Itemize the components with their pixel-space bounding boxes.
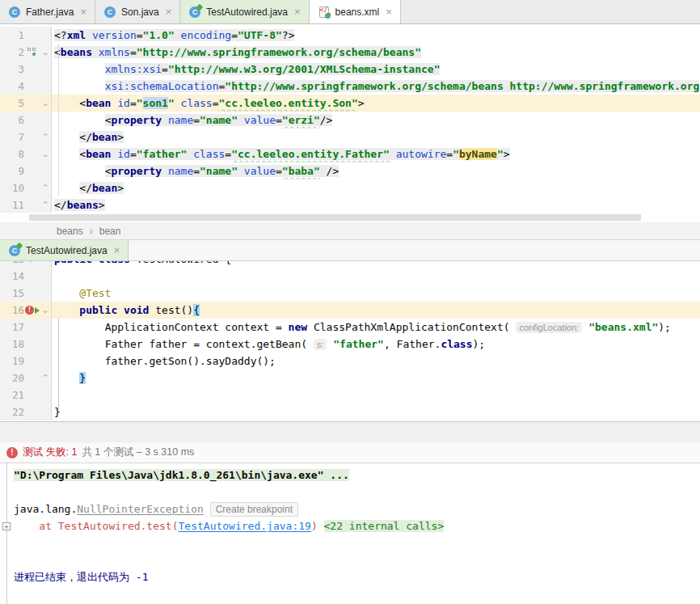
token: </ xyxy=(54,199,67,211)
token: /> xyxy=(320,114,333,126)
token: </ xyxy=(79,131,92,143)
token: "http://www.springframework.org/schema/b… xyxy=(225,80,699,92)
breadcrumb-item-bean[interactable]: bean xyxy=(99,226,121,237)
code-run: <property name="name" value="baba" /> xyxy=(105,165,339,177)
token: = xyxy=(213,97,219,109)
failrun-gutter-icon[interactable]: ! xyxy=(24,302,40,319)
tab-close-icon[interactable]: × xyxy=(114,244,120,256)
panel-splitter[interactable] xyxy=(0,421,700,442)
code-text: public class TestAutowired { xyxy=(52,261,700,268)
code-text: xmlns:xsi="http://www.w3.org/2001/XMLSch… xyxy=(52,61,700,78)
gutter-icon-slot xyxy=(24,268,40,285)
code-run: public void test(){ xyxy=(79,304,200,316)
xml-editor[interactable]: 1<?xml version="1.0" encoding="UTF-8"?>2… xyxy=(0,24,700,213)
token: = xyxy=(130,97,137,109)
code-line-2: 2⌄<beans xmlns="http://www.springframewo… xyxy=(0,44,700,61)
tab-close-icon[interactable]: × xyxy=(80,6,86,18)
rerun-test-icon[interactable] xyxy=(35,307,40,314)
tab-close-icon[interactable]: × xyxy=(386,6,392,18)
scrollbar-thumb[interactable] xyxy=(29,214,641,221)
spring-bean-icon[interactable] xyxy=(27,48,36,57)
create-breakpoint-button[interactable]: Create breakpoint xyxy=(210,502,298,517)
code-line-19: 19 father.getSon().sayDaddy(); xyxy=(0,353,700,370)
gutter: 4 xyxy=(0,78,52,95)
exception-class-name: NullPointerException xyxy=(77,503,204,515)
stack-trace-link[interactable]: TestAutowired.java:19 xyxy=(179,520,311,532)
clipped-line: 13public class TestAutowired { xyxy=(0,261,700,268)
fold-marker-icon[interactable]: ⌃ xyxy=(40,370,50,386)
tab-father-java[interactable]: CFather.java× xyxy=(0,0,95,23)
token: = xyxy=(231,29,238,41)
failed-test-icon[interactable]: ! xyxy=(25,306,34,315)
code-text xyxy=(52,268,700,285)
token: ); xyxy=(658,321,671,333)
tab-beans-xml[interactable]: </beans.xml× xyxy=(310,0,401,23)
gutter: 18 xyxy=(0,336,52,353)
gutter-icon-slot xyxy=(24,61,40,78)
fold-marker xyxy=(40,403,50,420)
fold-marker xyxy=(40,336,50,353)
console-text xyxy=(204,503,210,515)
run-test-icon[interactable] xyxy=(31,261,36,262)
code-line-15: 15 @Test xyxy=(0,285,700,302)
token: "father" xyxy=(333,338,384,350)
token: = xyxy=(130,148,137,160)
token: class xyxy=(181,97,213,109)
code-run: </bean> xyxy=(79,131,124,143)
fold-marker-icon[interactable]: ⌃ xyxy=(40,196,50,213)
token: bean xyxy=(86,148,111,160)
line-number: 6 xyxy=(0,112,24,129)
token: father.getSon().sayDaddy(); xyxy=(105,355,276,367)
console-text: java.lang. xyxy=(14,503,77,515)
java-editor[interactable]: 13public class TestAutowired {1415 @Test… xyxy=(0,261,700,421)
tab-close-icon[interactable]: × xyxy=(166,6,172,18)
tab-close-icon[interactable]: × xyxy=(294,6,301,18)
fold-marker-icon[interactable]: ⌄ xyxy=(40,302,50,319)
test-summary-text: 共 1 个测试 – 3 s 310 ms xyxy=(82,446,194,459)
token: </ xyxy=(79,182,92,194)
code-line-21: 21 xyxy=(0,386,700,403)
run-gutter-icon[interactable] xyxy=(24,261,40,268)
token: > xyxy=(358,97,365,109)
tab-testautowired-java[interactable]: CTestAutowired.java× xyxy=(0,240,129,260)
fold-marker xyxy=(40,268,50,285)
token: } xyxy=(54,406,61,418)
expand-stack-trace-icon[interactable]: + xyxy=(2,522,11,530)
tab-son-java[interactable]: CSon.java× xyxy=(95,0,180,23)
fold-marker-icon[interactable]: ⌄ xyxy=(40,44,50,61)
breadcrumb-separator-icon: › xyxy=(90,226,93,237)
test-console[interactable]: "D:\Program Files\Java\jdk1.8.0_261\bin\… xyxy=(0,463,700,604)
token xyxy=(162,165,168,177)
token: < xyxy=(79,97,86,109)
gutter-icon-slot xyxy=(24,196,40,213)
token xyxy=(390,148,396,160)
line-number: 3 xyxy=(0,61,24,78)
token xyxy=(175,29,181,41)
fold-marker xyxy=(40,319,50,336)
fold-marker-icon[interactable]: ⌃ xyxy=(40,180,50,196)
gutter: 16!⌄ xyxy=(0,302,52,319)
fold-marker-icon[interactable]: ⌄ xyxy=(40,146,50,163)
console-line-4: + at TestAutowired.test(TestAutowired.ja… xyxy=(0,517,700,534)
code-text: } xyxy=(52,403,700,420)
token xyxy=(92,46,99,58)
gutter: 11⌃ xyxy=(0,196,52,213)
token: "http://www.w3.org/2001/XMLSchema-instan… xyxy=(168,63,441,75)
code-run: ApplicationContext context = new ClassPa… xyxy=(105,321,671,333)
token: > xyxy=(99,199,105,211)
tab-label: TestAutowired.java xyxy=(26,245,108,256)
token: bean xyxy=(86,97,111,109)
code-run: <bean id="son1" class="cc.leeleo.entity.… xyxy=(79,97,364,109)
token: { xyxy=(193,304,200,316)
spring-gutter-icon[interactable] xyxy=(24,44,40,61)
code-line-14: 14 xyxy=(0,268,700,285)
breadcrumb-item-beans[interactable]: beans xyxy=(57,226,83,237)
token: } xyxy=(79,372,86,384)
token: class xyxy=(193,148,225,160)
token: <? xyxy=(54,29,67,41)
tab-testautowired-java[interactable]: CTestAutowired.java× xyxy=(180,0,309,23)
test-failed-text: 测试 失败: 1 xyxy=(23,446,77,459)
fold-marker-icon[interactable]: ⌃ xyxy=(40,129,50,146)
fold-marker-icon[interactable]: ⌄ xyxy=(40,95,50,112)
gutter: 5⌄ xyxy=(0,95,52,112)
